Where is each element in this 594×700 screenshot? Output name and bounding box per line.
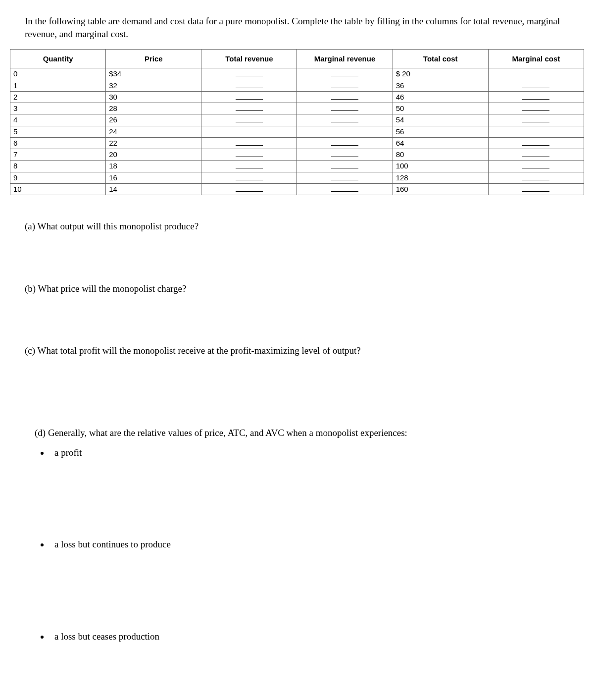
table-row: 72080 <box>10 149 584 161</box>
blank-line <box>236 180 263 180</box>
header-total-revenue: Total revenue <box>201 50 297 68</box>
cell-price: 32 <box>106 80 201 91</box>
cell-price: 18 <box>106 161 201 172</box>
cell-marginal-revenue-blank <box>297 68 393 80</box>
blank-line <box>522 191 549 192</box>
question-b: (b) What price will the monopolist charg… <box>25 282 584 295</box>
cell-marginal-revenue-blank <box>297 137 393 149</box>
table-row: 32850 <box>10 103 584 114</box>
blank-line <box>236 168 263 168</box>
cell-price: 28 <box>106 103 201 114</box>
header-quantity: Quantity <box>10 50 106 68</box>
cell-quantity: 0 <box>10 68 106 80</box>
cell-quantity: 10 <box>10 183 106 195</box>
cell-total-cost: 64 <box>393 137 488 149</box>
cell-quantity: 2 <box>10 91 106 103</box>
cell-price: 26 <box>106 114 201 126</box>
cell-marginal-cost-blank <box>488 137 584 149</box>
cell-marginal-revenue-blank <box>297 183 393 195</box>
cell-total-cost: $ 20 <box>393 68 488 80</box>
blank-line <box>522 134 549 134</box>
table-row: 0$34$ 20 <box>10 68 584 80</box>
cell-total-cost: 36 <box>393 80 488 91</box>
cell-marginal-revenue-blank <box>297 114 393 126</box>
cell-marginal-cost-blank <box>488 68 584 80</box>
blank-line <box>331 76 358 76</box>
table-row: 818100 <box>10 161 584 172</box>
cell-total-revenue-blank <box>201 114 297 126</box>
d-item-profit: a profit <box>50 446 584 459</box>
blank-line <box>522 180 549 180</box>
intro-text: In the following table are demand and co… <box>25 15 579 40</box>
cell-marginal-revenue-blank <box>297 80 393 91</box>
blank-line <box>522 122 549 122</box>
cell-total-revenue-blank <box>201 68 297 80</box>
cell-quantity: 6 <box>10 137 106 149</box>
cell-quantity: 3 <box>10 103 106 114</box>
blank-line <box>331 145 358 146</box>
blank-line <box>522 99 549 100</box>
cell-price: 16 <box>106 172 201 183</box>
table-row: 23046 <box>10 91 584 103</box>
blank-line <box>522 145 549 146</box>
cell-price: 24 <box>106 126 201 137</box>
blank-line <box>236 157 263 157</box>
question-d-intro: (d) Generally, what are the relative val… <box>35 427 584 439</box>
cell-price: 14 <box>106 183 201 195</box>
monopolist-data-table: Quantity Price Total revenue Marginal re… <box>10 49 584 195</box>
table-row: 42654 <box>10 114 584 126</box>
cell-total-revenue-blank <box>201 126 297 137</box>
cell-marginal-revenue-blank <box>297 161 393 172</box>
cell-total-cost: 50 <box>393 103 488 114</box>
blank-line <box>236 191 263 192</box>
cell-marginal-revenue-blank <box>297 149 393 161</box>
cell-marginal-cost-blank <box>488 149 584 161</box>
blank-line <box>331 110 358 111</box>
cell-quantity: 1 <box>10 80 106 91</box>
cell-quantity: 7 <box>10 149 106 161</box>
cell-total-revenue-blank <box>201 80 297 91</box>
cell-marginal-cost-blank <box>488 80 584 91</box>
header-price: Price <box>106 50 201 68</box>
header-marginal-cost: Marginal cost <box>488 50 584 68</box>
cell-marginal-cost-blank <box>488 161 584 172</box>
cell-total-revenue-blank <box>201 137 297 149</box>
blank-line <box>331 99 358 100</box>
cell-total-cost: 100 <box>393 161 488 172</box>
blank-line <box>236 145 263 146</box>
cell-price: $34 <box>106 68 201 80</box>
cell-marginal-cost-blank <box>488 126 584 137</box>
cell-marginal-revenue-blank <box>297 103 393 114</box>
cell-marginal-cost-blank <box>488 103 584 114</box>
cell-total-cost: 128 <box>393 172 488 183</box>
blank-line <box>331 180 358 180</box>
cell-total-cost: 160 <box>393 183 488 195</box>
cell-price: 22 <box>106 137 201 149</box>
cell-total-revenue-blank <box>201 149 297 161</box>
cell-marginal-cost-blank <box>488 172 584 183</box>
table-row: 62264 <box>10 137 584 149</box>
cell-marginal-revenue-blank <box>297 172 393 183</box>
header-total-cost: Total cost <box>393 50 488 68</box>
cell-price: 20 <box>106 149 201 161</box>
table-row: 13236 <box>10 80 584 91</box>
blank-line <box>236 110 263 111</box>
cell-total-cost: 54 <box>393 114 488 126</box>
cell-quantity: 8 <box>10 161 106 172</box>
blank-line <box>236 134 263 134</box>
cell-marginal-cost-blank <box>488 114 584 126</box>
blank-line <box>331 157 358 157</box>
question-c: (c) What total profit will the monopolis… <box>25 344 584 357</box>
blank-line <box>522 110 549 111</box>
cell-total-revenue-blank <box>201 103 297 114</box>
blank-line <box>236 76 263 76</box>
blank-line <box>236 88 263 88</box>
blank-line <box>331 134 358 134</box>
blank-line <box>522 168 549 168</box>
blank-line <box>236 122 263 122</box>
cell-marginal-revenue-blank <box>297 91 393 103</box>
cell-total-revenue-blank <box>201 161 297 172</box>
blank-line <box>522 88 549 88</box>
cell-quantity: 4 <box>10 114 106 126</box>
cell-marginal-cost-blank <box>488 91 584 103</box>
